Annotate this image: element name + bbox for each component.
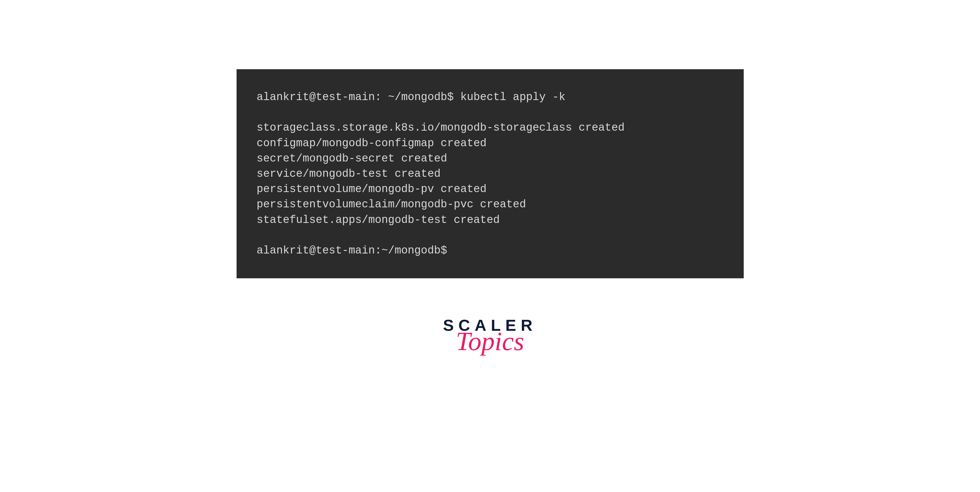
terminal-output-line: statefulset.apps/mongodb-test created bbox=[257, 212, 724, 228]
terminal-output-line: configmap/mongodb-configmap created bbox=[257, 136, 724, 151]
terminal-output-line: persistentvolumeclaim/mongodb-pvc create… bbox=[257, 196, 724, 212]
terminal-blank bbox=[257, 228, 724, 243]
terminal-window[interactable]: alankrit@test-main: ~/mongodb$ kubectl a… bbox=[237, 69, 744, 278]
terminal-output-line: storageclass.storage.k8s.io/mongodb-stor… bbox=[257, 120, 724, 135]
scaler-topics-logo: SCALER Topics bbox=[443, 316, 537, 356]
terminal-output-line: service/mongodb-test created bbox=[257, 166, 724, 181]
terminal-line-prompt: alankrit@test-main: ~/mongodb$ kubectl a… bbox=[257, 89, 724, 105]
terminal-line-prompt: alankrit@test-main:~/mongodb$ bbox=[257, 243, 724, 258]
terminal-output-line: secret/mongodb-secret created bbox=[257, 151, 724, 166]
logo-text-topics: Topics bbox=[456, 326, 524, 356]
terminal-blank bbox=[257, 105, 724, 120]
terminal-output-line: persistentvolume/mongodb-pv created bbox=[257, 181, 724, 196]
